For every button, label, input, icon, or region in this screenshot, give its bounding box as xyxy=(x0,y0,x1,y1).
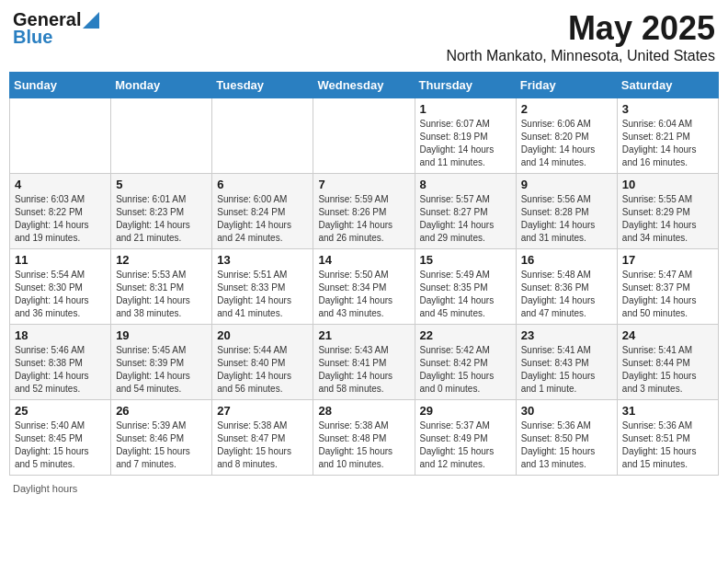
day-number: 30 xyxy=(521,404,612,418)
calendar-cell: 23Sunrise: 5:41 AMSunset: 8:43 PMDayligh… xyxy=(516,325,617,400)
logo: General Blue xyxy=(13,9,99,48)
day-number: 11 xyxy=(15,253,106,267)
day-info: Sunrise: 5:38 AMSunset: 8:47 PMDaylight:… xyxy=(217,419,308,471)
day-info: Sunrise: 6:06 AMSunset: 8:20 PMDaylight:… xyxy=(521,118,612,169)
calendar-cell: 19Sunrise: 5:45 AMSunset: 8:39 PMDayligh… xyxy=(111,325,212,400)
calendar-cell: 31Sunrise: 5:36 AMSunset: 8:51 PMDayligh… xyxy=(617,400,718,476)
day-number: 23 xyxy=(521,328,612,342)
page-header: General Blue May 2025 North Mankato, Min… xyxy=(9,9,719,64)
calendar-cell: 21Sunrise: 5:43 AMSunset: 8:41 PMDayligh… xyxy=(313,325,415,400)
logo-triangle-icon xyxy=(83,12,99,29)
day-number: 9 xyxy=(521,178,612,191)
calendar-cell: 28Sunrise: 5:38 AMSunset: 8:48 PMDayligh… xyxy=(313,400,415,476)
calendar-cell: 11Sunrise: 5:54 AMSunset: 8:30 PMDayligh… xyxy=(10,249,111,325)
day-number: 16 xyxy=(521,253,612,267)
calendar-week-5: 25Sunrise: 5:40 AMSunset: 8:45 PMDayligh… xyxy=(10,400,719,476)
calendar-cell: 7Sunrise: 5:59 AMSunset: 8:26 PMDaylight… xyxy=(313,174,415,249)
calendar-cell: 26Sunrise: 5:39 AMSunset: 8:46 PMDayligh… xyxy=(111,400,212,476)
day-number: 2 xyxy=(521,102,612,116)
day-info: Sunrise: 5:40 AMSunset: 8:45 PMDaylight:… xyxy=(15,419,106,471)
day-number: 10 xyxy=(622,178,713,191)
day-info: Sunrise: 6:00 AMSunset: 8:24 PMDaylight:… xyxy=(217,193,308,245)
day-number: 19 xyxy=(116,328,207,342)
day-number: 27 xyxy=(217,404,308,418)
weekday-header-friday: Friday xyxy=(516,73,617,98)
day-info: Sunrise: 5:53 AMSunset: 8:31 PMDaylight:… xyxy=(116,269,207,320)
day-number: 24 xyxy=(622,328,713,342)
calendar-cell: 1Sunrise: 6:07 AMSunset: 8:19 PMDaylight… xyxy=(415,98,516,174)
calendar-cell: 30Sunrise: 5:36 AMSunset: 8:50 PMDayligh… xyxy=(516,400,617,476)
day-info: Sunrise: 5:51 AMSunset: 8:33 PMDaylight:… xyxy=(217,269,308,320)
day-info: Sunrise: 5:42 AMSunset: 8:42 PMDaylight:… xyxy=(420,344,511,396)
footer-note: Daylight hours xyxy=(9,483,719,494)
calendar-cell: 15Sunrise: 5:49 AMSunset: 8:35 PMDayligh… xyxy=(415,249,516,325)
day-info: Sunrise: 5:43 AMSunset: 8:41 PMDaylight:… xyxy=(318,344,409,396)
day-number: 20 xyxy=(217,328,308,342)
calendar-cell: 5Sunrise: 6:01 AMSunset: 8:23 PMDaylight… xyxy=(111,174,212,249)
calendar-cell: 14Sunrise: 5:50 AMSunset: 8:34 PMDayligh… xyxy=(313,249,415,325)
day-info: Sunrise: 6:01 AMSunset: 8:23 PMDaylight:… xyxy=(116,193,207,245)
calendar-cell xyxy=(313,98,415,174)
day-info: Sunrise: 5:48 AMSunset: 8:36 PMDaylight:… xyxy=(521,269,612,320)
calendar-cell: 22Sunrise: 5:42 AMSunset: 8:42 PMDayligh… xyxy=(415,325,516,400)
day-info: Sunrise: 5:56 AMSunset: 8:28 PMDaylight:… xyxy=(521,193,612,245)
calendar-cell: 9Sunrise: 5:56 AMSunset: 8:28 PMDaylight… xyxy=(516,174,617,249)
day-info: Sunrise: 5:55 AMSunset: 8:29 PMDaylight:… xyxy=(622,193,713,245)
day-number: 29 xyxy=(420,404,511,418)
day-number: 12 xyxy=(116,253,207,267)
day-info: Sunrise: 5:39 AMSunset: 8:46 PMDaylight:… xyxy=(116,419,207,471)
day-info: Sunrise: 5:49 AMSunset: 8:35 PMDaylight:… xyxy=(420,269,511,320)
month-title: May 2025 xyxy=(446,9,715,48)
day-info: Sunrise: 5:37 AMSunset: 8:49 PMDaylight:… xyxy=(420,419,511,471)
calendar-cell xyxy=(10,98,111,174)
day-number: 25 xyxy=(15,404,106,418)
day-info: Sunrise: 5:50 AMSunset: 8:34 PMDaylight:… xyxy=(318,269,409,320)
day-info: Sunrise: 5:45 AMSunset: 8:39 PMDaylight:… xyxy=(116,344,207,396)
weekday-header-monday: Monday xyxy=(111,73,212,98)
calendar-cell: 25Sunrise: 5:40 AMSunset: 8:45 PMDayligh… xyxy=(10,400,111,476)
day-number: 17 xyxy=(622,253,713,267)
day-number: 18 xyxy=(15,328,106,342)
day-info: Sunrise: 5:44 AMSunset: 8:40 PMDaylight:… xyxy=(217,344,308,396)
calendar-week-4: 18Sunrise: 5:46 AMSunset: 8:38 PMDayligh… xyxy=(10,325,719,400)
title-block: May 2025 North Mankato, Minnesota, Unite… xyxy=(446,9,715,64)
day-info: Sunrise: 5:59 AMSunset: 8:26 PMDaylight:… xyxy=(318,193,409,245)
weekday-header-sunday: Sunday xyxy=(10,73,111,98)
day-number: 28 xyxy=(318,404,409,418)
day-info: Sunrise: 5:54 AMSunset: 8:30 PMDaylight:… xyxy=(15,269,106,320)
calendar-cell: 13Sunrise: 5:51 AMSunset: 8:33 PMDayligh… xyxy=(212,249,313,325)
day-info: Sunrise: 5:38 AMSunset: 8:48 PMDaylight:… xyxy=(318,419,409,471)
calendar-cell: 29Sunrise: 5:37 AMSunset: 8:49 PMDayligh… xyxy=(415,400,516,476)
day-number: 14 xyxy=(318,253,409,267)
day-info: Sunrise: 5:36 AMSunset: 8:51 PMDaylight:… xyxy=(622,419,713,471)
calendar-cell: 4Sunrise: 6:03 AMSunset: 8:22 PMDaylight… xyxy=(10,174,111,249)
day-info: Sunrise: 5:57 AMSunset: 8:27 PMDaylight:… xyxy=(420,193,511,245)
day-number: 6 xyxy=(217,178,308,191)
day-info: Sunrise: 5:46 AMSunset: 8:38 PMDaylight:… xyxy=(15,344,106,396)
weekday-header-wednesday: Wednesday xyxy=(313,73,415,98)
calendar-cell xyxy=(212,98,313,174)
day-number: 21 xyxy=(318,328,409,342)
calendar-cell: 6Sunrise: 6:00 AMSunset: 8:24 PMDaylight… xyxy=(212,174,313,249)
calendar-cell: 27Sunrise: 5:38 AMSunset: 8:47 PMDayligh… xyxy=(212,400,313,476)
svg-marker-0 xyxy=(83,12,99,29)
day-number: 1 xyxy=(420,102,511,116)
day-info: Sunrise: 6:07 AMSunset: 8:19 PMDaylight:… xyxy=(420,118,511,169)
day-number: 5 xyxy=(116,178,207,191)
calendar-cell: 10Sunrise: 5:55 AMSunset: 8:29 PMDayligh… xyxy=(617,174,718,249)
day-info: Sunrise: 6:03 AMSunset: 8:22 PMDaylight:… xyxy=(15,193,106,245)
calendar-cell: 17Sunrise: 5:47 AMSunset: 8:37 PMDayligh… xyxy=(617,249,718,325)
day-info: Sunrise: 5:41 AMSunset: 8:44 PMDaylight:… xyxy=(622,344,713,396)
calendar-cell: 20Sunrise: 5:44 AMSunset: 8:40 PMDayligh… xyxy=(212,325,313,400)
day-number: 22 xyxy=(420,328,511,342)
day-info: Sunrise: 5:41 AMSunset: 8:43 PMDaylight:… xyxy=(521,344,612,396)
calendar-cell: 2Sunrise: 6:06 AMSunset: 8:20 PMDaylight… xyxy=(516,98,617,174)
calendar-week-2: 4Sunrise: 6:03 AMSunset: 8:22 PMDaylight… xyxy=(10,174,719,249)
calendar-cell: 8Sunrise: 5:57 AMSunset: 8:27 PMDaylight… xyxy=(415,174,516,249)
day-number: 31 xyxy=(622,404,713,418)
weekday-header-tuesday: Tuesday xyxy=(212,73,313,98)
calendar-cell: 16Sunrise: 5:48 AMSunset: 8:36 PMDayligh… xyxy=(516,249,617,325)
day-number: 13 xyxy=(217,253,308,267)
calendar-week-1: 1Sunrise: 6:07 AMSunset: 8:19 PMDaylight… xyxy=(10,98,719,174)
calendar-table: SundayMondayTuesdayWednesdayThursdayFrid… xyxy=(9,72,719,476)
